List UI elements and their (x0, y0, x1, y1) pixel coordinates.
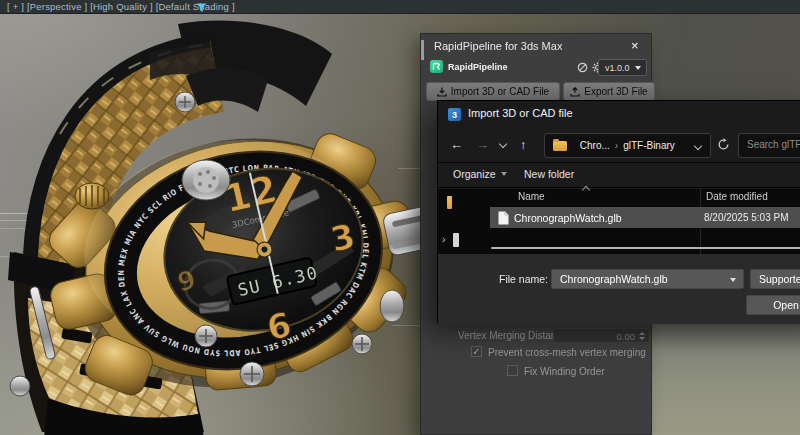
open-button[interactable]: Open (746, 295, 800, 315)
file-name-value: ChronographWatch.glb (560, 273, 668, 285)
chevron-down-icon (501, 172, 507, 176)
fix-winding-order-checkbox[interactable] (507, 365, 518, 376)
dialog-navbar: ← → ↑ Chro... › glTF-Binary Search glTF-… (438, 128, 800, 163)
organize-label: Organize (453, 168, 496, 180)
search-placeholder: Search glTF-Bin (747, 139, 800, 150)
viewport-floor (650, 316, 800, 435)
fix-winding-order-label: Fix Winding Order (524, 366, 605, 377)
up-icon[interactable]: ↑ (520, 137, 527, 152)
chevron-down-icon (635, 66, 641, 70)
vertex-merging-spinner[interactable]: 0.00 (553, 328, 650, 343)
dialog-toolbar: Organize New folder (438, 163, 800, 188)
3dsmax-app-icon: 3 (448, 108, 461, 121)
breadcrumb-separator-icon: › (615, 140, 618, 151)
file-name-label: File name: (488, 273, 548, 285)
vertex-merging-label: Vertex Merging Distance (447, 330, 567, 341)
file-type-dropdown[interactable]: Supported Forma (750, 269, 800, 289)
export-3d-button[interactable]: Export 3D File (563, 82, 655, 101)
file-row-selected[interactable]: ChronographWatch.glb 8/20/2025 5:03 PM (490, 207, 800, 228)
check-icon: ✓ (472, 347, 480, 356)
navpane-expand-chevron-icon[interactable]: › (442, 233, 446, 245)
folder-icon (553, 141, 567, 151)
disable-icon[interactable] (577, 62, 588, 73)
scrollbar-sliver[interactable] (421, 40, 424, 60)
column-header-name[interactable]: Name (518, 191, 545, 202)
export-3d-label: Export 3D File (584, 86, 647, 97)
watch-3d-model[interactable]: UTC LON PAR ATH JED THR DXB KBL KHI DEL … (0, 14, 440, 435)
dialog-bottom-panel: File name: ChronographWatch.glb Supporte… (438, 254, 800, 324)
new-folder-button[interactable]: New folder (524, 168, 574, 180)
breadcrumb-separator (572, 140, 575, 151)
organize-menu[interactable]: Organize (453, 168, 507, 180)
rapidpipeline-logo-icon (430, 60, 443, 73)
new-folder-label: New folder (524, 168, 574, 180)
forward-icon[interactable]: → (476, 137, 489, 152)
download-tray-icon (437, 87, 447, 97)
back-icon[interactable]: ← (450, 137, 463, 152)
import-3d-button[interactable]: Import 3D or CAD File (426, 82, 560, 101)
navpane-folder-sliver-icon[interactable] (453, 233, 459, 247)
file-date-modified: 8/20/2025 5:03 PM (704, 212, 789, 223)
version-value: v1.0.0 (605, 63, 630, 73)
file-name: ChronographWatch.glb (514, 212, 622, 224)
filter-funnel-icon[interactable] (196, 3, 207, 13)
file-name-combobox[interactable]: ChronographWatch.glb (551, 269, 744, 289)
close-icon[interactable]: × (631, 38, 639, 53)
address-bar[interactable]: Chro... › glTF-Binary (544, 133, 711, 158)
spinner-down-icon[interactable] (639, 337, 645, 340)
search-input[interactable]: Search glTF-Bin (738, 133, 800, 158)
screenshot-root: UTC LON PAR ATH JED THR DXB KBL KHI DEL … (0, 0, 800, 435)
breadcrumb-current[interactable]: glTF-Binary (623, 140, 675, 151)
refresh-icon[interactable] (717, 138, 730, 151)
file-document-icon (498, 211, 509, 225)
navpane-folder-sliver-icon[interactable] (447, 196, 452, 209)
address-dropdown-chevron-icon[interactable] (694, 142, 702, 150)
prevent-cross-mesh-checkbox[interactable]: ✓ (471, 346, 482, 357)
import-3d-label: Import 3D or CAD File (451, 86, 549, 97)
version-dropdown[interactable]: v1.0.0 (598, 59, 647, 76)
horizontal-scrollbar[interactable] (491, 247, 800, 249)
chevron-down-icon (730, 278, 736, 282)
dialog-title: Import 3D or CAD file (468, 107, 573, 119)
rapidpipeline-window-title: RapidPipeline for 3ds Max (434, 40, 562, 52)
rapidpipeline-brand-label: RapidPipeline (448, 62, 508, 72)
breadcrumb-parent[interactable]: Chro... (580, 140, 610, 151)
prevent-cross-mesh-label: Prevent cross-mesh vertex merging (488, 347, 646, 358)
column-header-date-modified[interactable]: Date modified (706, 191, 768, 202)
spinner-up-icon[interactable] (639, 332, 645, 335)
recent-locations-chevron-icon[interactable] (499, 140, 507, 148)
file-type-value: Supported Forma (759, 273, 800, 285)
vertex-merging-value: 0.00 (617, 331, 636, 342)
upload-tray-icon (570, 87, 580, 97)
import-file-dialog: 3 Import 3D or CAD file ← → ↑ Chro... › … (437, 100, 800, 323)
